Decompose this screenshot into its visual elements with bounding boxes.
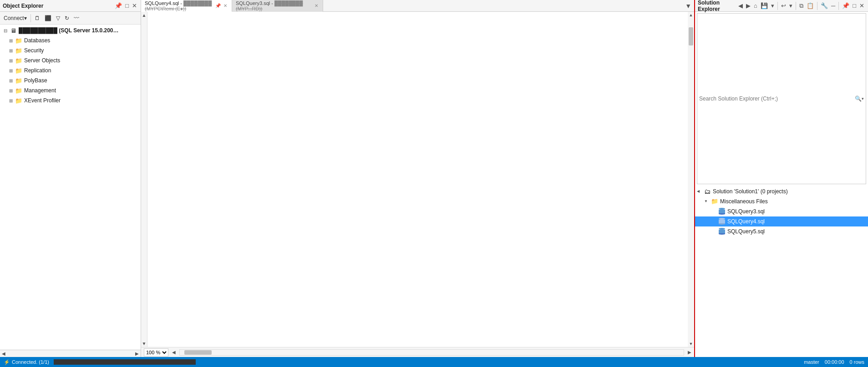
search-icon[interactable]: 🔍 — [855, 96, 862, 102]
tree-item-replication[interactable]: ⊞ 📁 Replication — [0, 65, 141, 75]
server-objects-expand-icon[interactable]: ⊞ — [7, 58, 15, 63]
polybase-expand-icon[interactable]: ⊞ — [7, 78, 15, 83]
object-explorer-header: Object Explorer 📌 □ ✕ — [0, 0, 141, 12]
tab1-pin-icon[interactable]: 📌 — [215, 3, 221, 8]
server-icon: 🖥 — [9, 27, 17, 34]
server-expand-icon[interactable]: ⊟ — [2, 28, 9, 33]
sol-close-icon[interactable]: ✕ — [858, 2, 865, 10]
sol-save-arrow-icon[interactable]: ▾ — [770, 2, 775, 10]
sol-paste-icon[interactable]: 📋 — [806, 2, 815, 10]
editor-gutter: ▲ ▼ — [141, 12, 147, 347]
pin-icon[interactable]: 📌 — [114, 2, 123, 10]
management-expand-icon[interactable]: ⊞ — [7, 88, 15, 93]
status-rows: 0 rows — [850, 359, 864, 365]
sol-undo-arrow-icon[interactable]: ▾ — [788, 2, 793, 10]
sol-sep2 — [796, 2, 796, 10]
scroll-left-icon[interactable]: ◀ — [2, 351, 5, 356]
misc-expand-icon[interactable]: ▼ — [704, 199, 711, 203]
stop-button[interactable]: ⬛ — [43, 14, 53, 22]
sol-properties-icon[interactable]: 🔧 — [820, 2, 829, 10]
panel-bottom: ◀ ▶ — [0, 350, 141, 357]
folder-icon: 📁 — [15, 97, 23, 104]
sol-item-misc-files[interactable]: ▼ 📁 Miscellaneous Files — [695, 196, 868, 206]
replication-expand-icon[interactable]: ⊞ — [7, 68, 15, 73]
tab2-close-icon[interactable]: ✕ — [314, 3, 319, 9]
server-objects-label: Server Objects — [24, 57, 60, 64]
tree-item-server-objects[interactable]: ⊞ 📁 Server Objects — [0, 55, 141, 65]
connect-arrow: ▾ — [24, 15, 27, 21]
misc-files-label: Miscellaneous Files — [720, 198, 768, 205]
sqlquery3-label: SQLQuery3.sql — [727, 208, 765, 215]
tree-item-xevent-profiler[interactable]: ⊞ 📁 XEvent Profiler — [0, 96, 141, 106]
vscroll-up-icon[interactable]: ▲ — [688, 12, 694, 18]
sol-minimize-icon[interactable]: ─ — [830, 2, 836, 10]
sqlquery4-label: SQLQuery4.sql — [727, 218, 765, 225]
folder-icon: 📁 — [15, 87, 23, 94]
tree-item-databases[interactable]: ⊞ 📁 Databases — [0, 35, 141, 45]
sol-save-icon[interactable]: 💾 — [760, 2, 769, 10]
tab-sqlquery4[interactable]: SQLQuery4.sql - ████████ (MYPC\Remi (E♦)… — [141, 0, 232, 12]
sqlquery5-expand-placeholder — [711, 229, 718, 234]
connect-button[interactable]: Connect ▾ — [2, 14, 29, 22]
sol-pin-icon[interactable]: 📌 — [841, 2, 850, 10]
sqlquery3-file-icon — [718, 208, 726, 215]
tab1-close-icon[interactable]: ✕ — [223, 3, 228, 9]
security-expand-icon[interactable]: ⊞ — [7, 48, 15, 53]
folder-icon: 📁 — [15, 67, 23, 74]
lightning-icon: ⚡ — [4, 359, 10, 365]
xevent-expand-icon[interactable]: ⊞ — [7, 98, 15, 103]
solution-search-input[interactable] — [699, 96, 855, 102]
vscroll-down-icon[interactable]: ▼ — [688, 341, 694, 347]
tree-item-server[interactable]: ⊟ 🖥 ██████████ (SQL Server 15.0.200… — [0, 25, 141, 35]
maximize-icon[interactable]: □ — [124, 2, 130, 10]
vscrollbar-thumb[interactable] — [689, 27, 693, 45]
activity-monitor-button[interactable]: 〰 — [72, 14, 81, 22]
tree-item-management[interactable]: ⊞ 📁 Management — [0, 85, 141, 96]
scroll-up-icon[interactable]: ▲ — [141, 12, 147, 19]
editor-hscrollbar[interactable] — [179, 349, 684, 356]
status-db: master — [804, 359, 819, 365]
sol-sep4 — [838, 2, 839, 10]
sol-nav-back-icon[interactable]: ◀ — [737, 2, 744, 10]
editor-content[interactable]: ▲ ▼ ▲ ▼ — [141, 12, 694, 347]
sol-copy-icon[interactable]: ⧉ — [798, 2, 804, 10]
close-panel-icon[interactable]: ✕ — [131, 2, 138, 10]
hscroll-thumb[interactable] — [184, 350, 212, 355]
scroll-right-icon[interactable]: ▶ — [135, 351, 139, 356]
sol-item-sqlquery5[interactable]: SQLQuery5.sql — [695, 226, 868, 236]
zoom-select[interactable]: 100 % 75 % 125 % — [144, 348, 168, 357]
sol-home-icon[interactable]: ⌂ — [753, 2, 758, 10]
security-label: Security — [24, 47, 44, 54]
editor-scrollbar[interactable]: ▲ ▼ — [688, 12, 694, 347]
sol-sep — [777, 2, 778, 10]
tab-sqlquery3[interactable]: SQLQuery3.sql - ████████ (MYP...RD)) ✕ — [232, 0, 323, 12]
solution-expand-icon[interactable]: ◀ — [697, 189, 703, 193]
sqlquery4-expand-placeholder — [711, 219, 718, 224]
folder-icon: 📁 — [15, 37, 23, 44]
search-dropdown-icon[interactable]: ▾ — [862, 96, 864, 101]
sol-nav-forward-icon[interactable]: ▶ — [745, 2, 751, 10]
sol-item-sqlquery4[interactable]: SQLQuery4.sql — [695, 216, 868, 226]
hscroll-left-icon[interactable]: ◀ — [172, 350, 176, 355]
tree-item-polybase[interactable]: ⊞ 📁 PolyBase — [0, 75, 141, 85]
sol-panel-header-icons: ◀ ▶ ⌂ 💾 ▾ ↩ ▾ ⧉ 📋 🔧 ─ 📌 □ ✕ — [737, 2, 865, 10]
sqlquery3-expand-placeholder — [711, 209, 718, 214]
hscroll-right-icon[interactable]: ▶ — [688, 350, 691, 355]
solution-icon: 🗂 — [703, 188, 711, 195]
solution-explorer-title: Solution Explorer — [698, 0, 737, 12]
status-bar: ⚡ Connected. (1/1) █████████████████████… — [0, 357, 868, 367]
sol-maximize-icon[interactable]: □ — [852, 2, 857, 10]
new-query-button[interactable]: 🗒 — [33, 14, 42, 22]
sol-item-solution[interactable]: ◀ 🗂 Solution 'Solution1' (0 projects) — [695, 186, 868, 196]
solution-search-bar: 🔍 ▾ — [697, 13, 866, 184]
refresh-button[interactable]: ↻ — [63, 14, 71, 22]
tree-item-security[interactable]: ⊞ 📁 Security — [0, 45, 141, 55]
status-right: master 00:00:00 0 rows — [804, 359, 864, 365]
management-label: Management — [24, 87, 56, 94]
databases-expand-icon[interactable]: ⊞ — [7, 38, 15, 43]
tabs-scroll-icon[interactable]: ▼ — [682, 2, 694, 10]
sol-undo-icon[interactable]: ↩ — [780, 2, 787, 10]
filter-button[interactable]: ▽ — [54, 14, 62, 22]
scroll-down-icon[interactable]: ▼ — [141, 340, 147, 347]
sol-item-sqlquery3[interactable]: SQLQuery3.sql — [695, 206, 868, 216]
